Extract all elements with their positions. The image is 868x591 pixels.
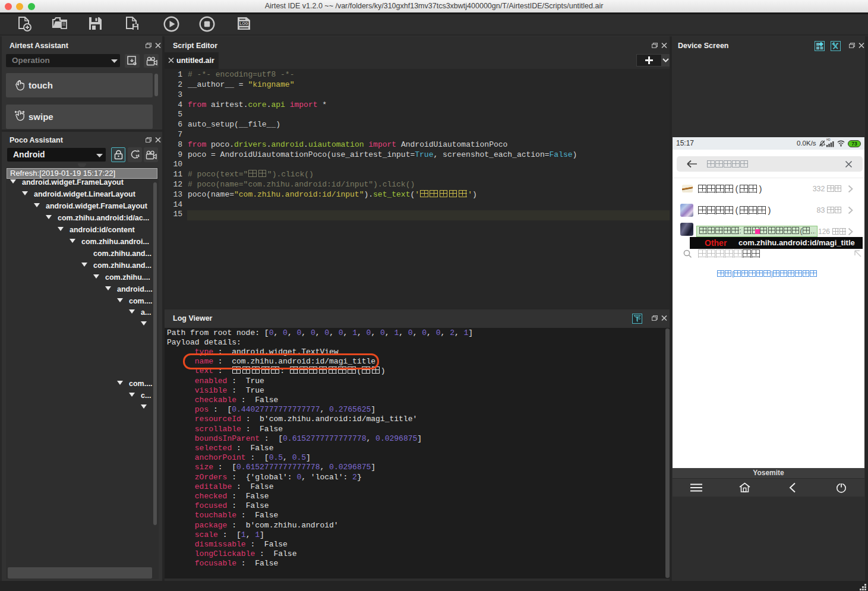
svg-text:LOG: LOG (240, 21, 248, 26)
svg-text:HD: HD (826, 138, 831, 141)
